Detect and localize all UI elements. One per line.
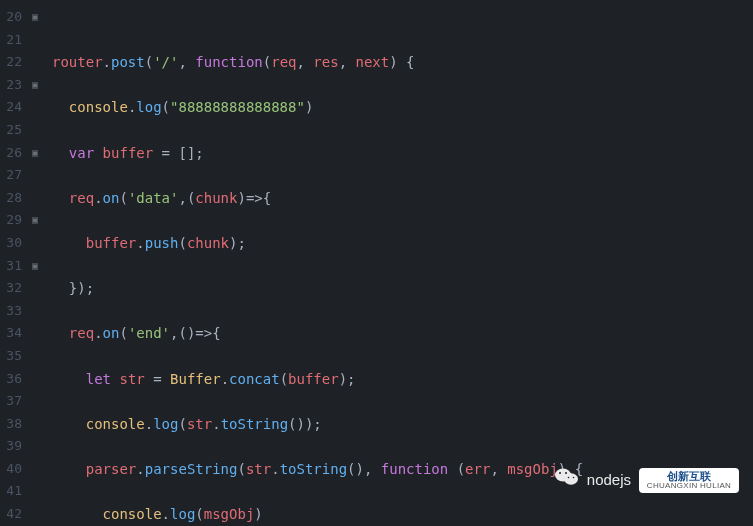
- fold-marker[interactable]: ▣: [28, 255, 42, 278]
- fold-marker[interactable]: [28, 29, 42, 52]
- line-number: 23: [0, 74, 28, 97]
- watermark-text: nodejs: [587, 469, 631, 492]
- code-line: var buffer = [];: [52, 142, 753, 165]
- line-number: 34: [0, 322, 28, 345]
- fold-marker[interactable]: [28, 300, 42, 323]
- line-number: 36: [0, 368, 28, 391]
- code-content[interactable]: router.post('/', function(req, res, next…: [42, 0, 753, 526]
- code-line: console.log("88888888888888"): [52, 96, 753, 119]
- svg-point-2: [559, 472, 561, 474]
- fold-marker[interactable]: [28, 277, 42, 300]
- line-number: 20: [0, 6, 28, 29]
- fold-gutter: ▣▣▣▣▣: [28, 0, 42, 526]
- fold-marker[interactable]: ▣: [28, 74, 42, 97]
- code-line: buffer.push(chunk);: [52, 232, 753, 255]
- fold-marker[interactable]: [28, 164, 42, 187]
- logo-top-text: 创新互联: [667, 471, 711, 482]
- fold-marker[interactable]: [28, 187, 42, 210]
- line-number: 28: [0, 187, 28, 210]
- fold-marker[interactable]: [28, 390, 42, 413]
- svg-point-3: [565, 472, 567, 474]
- line-number: 31: [0, 255, 28, 278]
- fold-marker[interactable]: ▣: [28, 209, 42, 232]
- watermark-logo: 创新互联 CHUANGXIN HULIAN: [639, 468, 739, 493]
- line-number: 42: [0, 503, 28, 526]
- fold-marker[interactable]: [28, 480, 42, 503]
- fold-marker[interactable]: ▣: [28, 6, 42, 29]
- watermark: nodejs 创新互联 CHUANGXIN HULIAN: [521, 444, 739, 516]
- line-number: 41: [0, 480, 28, 503]
- line-number: 33: [0, 300, 28, 323]
- line-number: 38: [0, 413, 28, 436]
- fold-marker[interactable]: [28, 458, 42, 481]
- code-line: req.on('end',()=>{: [52, 322, 753, 345]
- fold-marker[interactable]: [28, 413, 42, 436]
- line-number: 32: [0, 277, 28, 300]
- line-number: 35: [0, 345, 28, 368]
- line-number: 39: [0, 435, 28, 458]
- line-number: 22: [0, 51, 28, 74]
- svg-point-5: [572, 477, 574, 479]
- line-number: 27: [0, 164, 28, 187]
- line-number: 21: [0, 29, 28, 52]
- code-line: console.log(str.toString());: [52, 413, 753, 436]
- logo-bottom-text: CHUANGXIN HULIAN: [647, 482, 731, 490]
- line-gutter: 2021222324252627282930313233343536373839…: [0, 0, 28, 526]
- fold-marker[interactable]: [28, 368, 42, 391]
- wechat-icon: [521, 444, 578, 516]
- fold-marker[interactable]: [28, 96, 42, 119]
- line-number: 24: [0, 96, 28, 119]
- code-line: req.on('data',(chunk)=>{: [52, 187, 753, 210]
- line-number: 26: [0, 142, 28, 165]
- code-line: router.post('/', function(req, res, next…: [52, 51, 753, 74]
- fold-marker[interactable]: [28, 503, 42, 526]
- code-line: let str = Buffer.concat(buffer);: [52, 368, 753, 391]
- line-number: 29: [0, 209, 28, 232]
- line-number: 25: [0, 119, 28, 142]
- code-line: });: [52, 277, 753, 300]
- fold-marker[interactable]: [28, 51, 42, 74]
- code-editor: 2021222324252627282930313233343536373839…: [0, 0, 753, 526]
- svg-point-4: [567, 477, 569, 479]
- svg-point-1: [564, 473, 578, 485]
- fold-marker[interactable]: [28, 119, 42, 142]
- fold-marker[interactable]: [28, 232, 42, 255]
- fold-marker[interactable]: [28, 322, 42, 345]
- line-number: 30: [0, 232, 28, 255]
- fold-marker[interactable]: [28, 345, 42, 368]
- line-number: 37: [0, 390, 28, 413]
- fold-marker[interactable]: [28, 435, 42, 458]
- fold-marker[interactable]: ▣: [28, 142, 42, 165]
- line-number: 40: [0, 458, 28, 481]
